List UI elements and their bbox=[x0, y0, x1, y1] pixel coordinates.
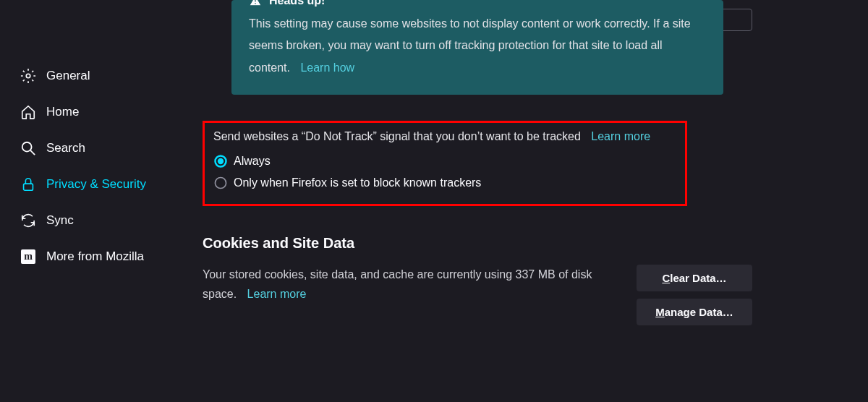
sidebar: General Home Search Privacy & Security S… bbox=[20, 58, 172, 275]
cookies-description: Your stored cookies, site data, and cach… bbox=[203, 265, 619, 304]
search-icon bbox=[20, 140, 36, 156]
svg-point-3 bbox=[22, 142, 32, 152]
accel-char: C bbox=[662, 272, 670, 284]
radio-selected-icon bbox=[213, 154, 228, 168]
dnt-description: Send websites a “Do Not Track” signal th… bbox=[213, 130, 676, 143]
manage-data-button[interactable]: Manage Data… bbox=[637, 299, 752, 325]
sidebar-item-label: Privacy & Security bbox=[46, 177, 146, 192]
cookies-section: Cookies and Site Data Your stored cookie… bbox=[203, 235, 752, 325]
accel-char: M bbox=[655, 306, 665, 318]
sidebar-item-home[interactable]: Home bbox=[20, 94, 172, 130]
sidebar-item-label: Sync bbox=[46, 213, 74, 228]
do-not-track-section: Send websites a “Do Not Track” signal th… bbox=[203, 121, 687, 206]
dnt-option-always[interactable]: Always bbox=[213, 150, 676, 172]
sync-icon bbox=[20, 213, 36, 228]
main-content: Heads up! This setting may cause some we… bbox=[203, 0, 868, 402]
sidebar-item-search[interactable]: Search bbox=[20, 130, 172, 166]
heads-up-info-box: Heads up! This setting may cause some we… bbox=[231, 0, 723, 95]
info-body: This setting may cause some websites to … bbox=[249, 13, 706, 79]
sidebar-item-label: More from Mozilla bbox=[46, 249, 144, 264]
radio-label: Only when Firefox is set to block known … bbox=[234, 176, 481, 189]
mozilla-icon: m bbox=[20, 249, 36, 265]
radio-label: Always bbox=[234, 155, 271, 168]
info-header: Heads up! bbox=[249, 0, 706, 7]
sidebar-item-label: Home bbox=[46, 105, 79, 119]
button-rest: lear Data… bbox=[670, 272, 726, 284]
svg-point-2 bbox=[26, 74, 30, 78]
learn-more-link[interactable]: Learn more bbox=[247, 288, 307, 300]
info-title: Heads up! bbox=[269, 0, 325, 7]
button-rest: anage Data… bbox=[665, 306, 733, 318]
sidebar-item-more-mozilla[interactable]: m More from Mozilla bbox=[20, 239, 172, 275]
warning-icon bbox=[249, 0, 262, 7]
cookies-row: Your stored cookies, site data, and cach… bbox=[203, 265, 752, 325]
learn-more-link[interactable]: Learn more bbox=[591, 130, 650, 142]
sidebar-item-label: Search bbox=[46, 141, 85, 155]
dnt-label-text: Send websites a “Do Not Track” signal th… bbox=[213, 130, 581, 142]
gear-icon bbox=[20, 68, 36, 84]
cookies-title: Cookies and Site Data bbox=[203, 235, 752, 252]
radio-unselected-icon bbox=[213, 176, 228, 190]
dnt-option-only-block[interactable]: Only when Firefox is set to block known … bbox=[213, 172, 676, 194]
svg-rect-5 bbox=[24, 184, 33, 190]
svg-point-8 bbox=[216, 178, 226, 189]
home-icon bbox=[20, 104, 36, 120]
sidebar-item-privacy-security[interactable]: Privacy & Security bbox=[20, 166, 172, 202]
sidebar-item-label: General bbox=[46, 69, 90, 83]
learn-how-link[interactable]: Learn how bbox=[300, 61, 354, 74]
lock-icon bbox=[20, 176, 36, 192]
sidebar-item-sync[interactable]: Sync bbox=[20, 202, 172, 239]
clear-data-button[interactable]: Clear Data… bbox=[637, 265, 752, 291]
svg-point-7 bbox=[218, 158, 224, 164]
cookies-buttons: Clear Data… Manage Data… bbox=[637, 265, 752, 325]
svg-line-4 bbox=[30, 150, 35, 155]
sidebar-item-general[interactable]: General bbox=[20, 58, 172, 94]
